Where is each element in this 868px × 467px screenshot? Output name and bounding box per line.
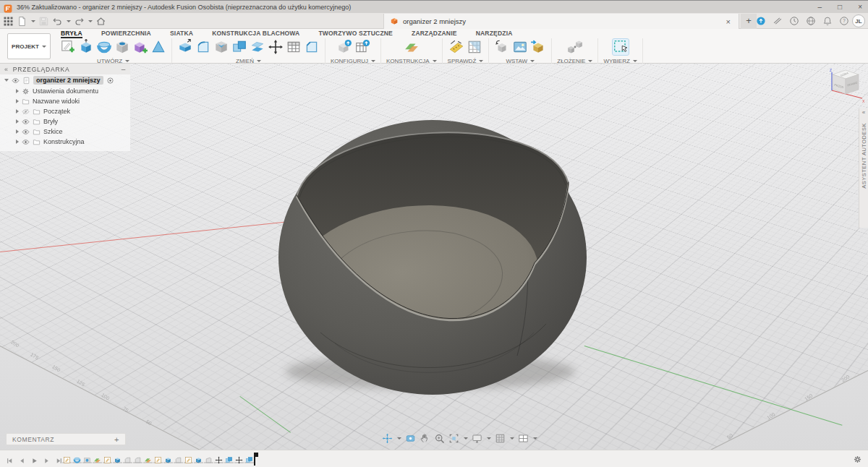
bell-icon[interactable] [822,16,833,26]
timeline-feature-move[interactable] [234,454,244,463]
chevron-down-icon[interactable] [31,20,35,22]
browser-item-bryły[interactable]: Bryły [0,116,130,127]
timeline-feature-boundary[interactable] [82,454,92,463]
timeline-feature-extrude[interactable] [113,454,122,463]
pan-icon[interactable] [420,433,430,444]
avatar[interactable]: JL [852,14,865,27]
visibility-eye-icon[interactable] [12,77,20,85]
timeline-feature-sketch[interactable] [184,454,193,463]
play-icon[interactable] [30,455,38,463]
timeline-feature-fillet[interactable] [123,454,132,463]
grid-icon-icon[interactable] [495,433,506,444]
ribbon-tab-siatka[interactable]: SIATKA [170,30,193,38]
form-box-icon[interactable] [132,39,148,55]
loft-icon[interactable] [150,39,166,55]
minimize-panel-icon[interactable]: – [122,65,126,73]
ribbon-tab-bryła[interactable]: BRYŁA [61,30,82,38]
chevron-right-icon[interactable] [16,119,19,124]
browser-root-label[interactable]: organizer 2 mniejszy [33,76,103,85]
visibility-eye-icon[interactable] [22,118,30,126]
chevron-down-icon[interactable] [487,437,491,440]
zoom-icon[interactable] [434,433,445,444]
display-icon[interactable] [472,433,482,444]
viewports-icon[interactable] [518,433,529,444]
browser-item-szkice[interactable]: Szkice [0,127,130,137]
chevron-down-icon[interactable] [510,437,514,440]
ribbon-tab-konstrukcja-blachowa[interactable]: KONSTRUKCJA BLACHOWA [212,30,299,38]
timeline-feature-sketch[interactable] [62,454,72,463]
select-icon[interactable] [613,39,629,55]
model-body[interactable] [277,116,591,399]
browser-item-label[interactable]: Konstrukcyjna [43,138,85,145]
timeline-feature-sketch[interactable] [103,454,112,463]
maximize-button[interactable]: □ [838,1,842,14]
browser-item-label[interactable]: Bryły [43,118,58,125]
ribbon-tab-narzędzia[interactable]: NARZĘDZIA [476,30,513,38]
orbit-icon[interactable] [382,433,393,444]
combine-icon[interactable] [231,39,247,55]
chevron-right-icon[interactable] [16,140,19,144]
skip-start-icon[interactable] [6,455,14,463]
browser-item-label[interactable]: Nazwane widoki [33,98,80,105]
timeline-feature-fillet[interactable] [174,454,183,463]
browser-item-nazwane-widoki[interactable]: Nazwane widoki [0,96,130,106]
timeline-feature-fillet[interactable] [133,454,142,463]
activate-component-icon[interactable] [106,77,114,85]
timeline-feature-move[interactable] [214,454,224,463]
revolve-icon[interactable] [96,39,112,55]
browser-item-label[interactable]: Ustawienia dokumentu [33,87,98,95]
chevron-down-icon[interactable] [67,20,71,22]
browser-item-ustawienia-dokumentu[interactable]: Ustawienia dokumentu [0,86,130,96]
shell-icon-icon[interactable] [213,39,229,55]
create-sketch-icon[interactable] [60,39,76,55]
globe-icon[interactable] [806,16,816,26]
app-grid-icon[interactable] [3,16,14,27]
ribbon-tab-tworzywo-sztuczne[interactable]: TWORZYWO SZTUCZNE [318,30,393,38]
file-icon[interactable] [17,16,27,27]
hole-icon[interactable] [114,39,130,55]
new-tab-button[interactable]: + [741,14,757,29]
chevron-right-icon[interactable] [16,129,19,134]
timeline-position-marker[interactable] [250,453,259,466]
browser-item-label[interactable]: Początek [43,108,70,115]
assistant-panel-collapsed[interactable]: « ASYSTENT AUTODESK [859,108,868,228]
browser-item-label[interactable]: Szkice [43,128,63,135]
chevron-down-icon[interactable] [88,20,93,22]
visibility-eye-icon[interactable] [22,138,30,146]
timeline-feature-plane[interactable] [143,454,153,463]
ribbon-tab-zarządzanie[interactable]: ZARZĄDZANIE [412,30,457,38]
configure-icon[interactable] [336,39,352,55]
timeline-feature-shell[interactable] [204,454,213,463]
step-back-icon[interactable] [18,455,26,463]
browser-item-konstrukcyjna[interactable]: Konstrukcyjna [0,137,130,147]
timeline-feature-plane[interactable] [93,454,102,463]
config-table-icon[interactable] [354,39,370,55]
extensions-icon[interactable] [773,16,783,26]
chevron-down-icon[interactable] [464,437,468,440]
project-menu-button[interactable]: PROJEKT [7,33,51,59]
help-icon[interactable]: ? [839,16,849,26]
chevron-right-icon[interactable] [16,99,19,103]
timeline-feature-revolve[interactable] [72,454,82,463]
tab-close-icon[interactable]: × [724,17,733,26]
timeline-settings-icon[interactable] [853,454,862,463]
add-comment-button[interactable]: + [114,435,119,444]
timeline-feature-sketch[interactable] [153,454,163,463]
redo-icon[interactable] [74,16,85,27]
look-at-icon[interactable] [405,433,416,444]
expand-panel-icon[interactable]: « [862,108,865,117]
close-button[interactable]: × [858,1,862,14]
section-icon[interactable] [467,39,482,55]
chamfer-icon[interactable] [304,39,320,55]
minimize-button[interactable]: – [818,1,822,14]
insert-mesh-icon[interactable] [494,39,510,55]
viewport-canvas[interactable]: 200175150125100755050100150200 [0,64,868,450]
assembly-icon[interactable] [567,39,583,55]
construction-plane-icon[interactable] [404,39,420,55]
visibility-eye-icon[interactable] [22,128,30,136]
collapse-panel-icon[interactable]: « [4,66,9,73]
job-status-icon[interactable] [756,16,766,26]
canvas-img-icon[interactable] [512,39,528,55]
browser-item-początek[interactable]: Początek [0,106,130,116]
chevron-right-icon[interactable] [16,89,19,93]
